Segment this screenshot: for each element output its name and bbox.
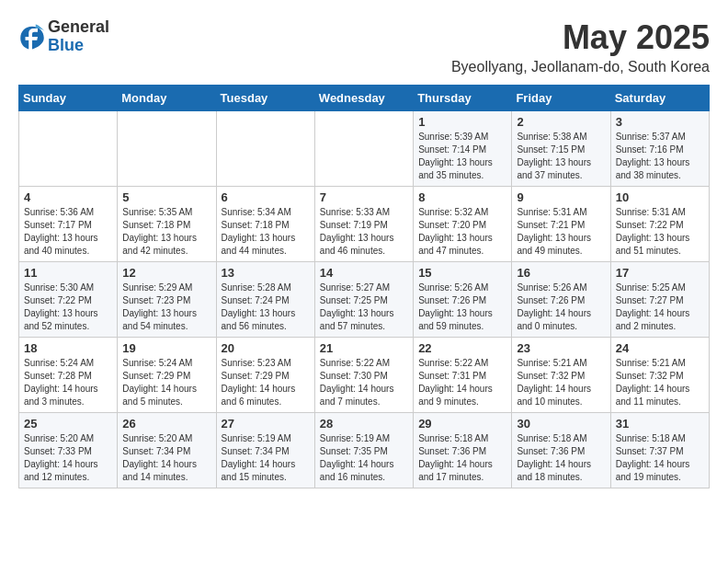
calendar-week-5: 25Sunrise: 5:20 AM Sunset: 7:33 PM Dayli… bbox=[19, 413, 710, 488]
calendar-cell: 18Sunrise: 5:24 AM Sunset: 7:28 PM Dayli… bbox=[19, 338, 118, 413]
calendar-cell: 2Sunrise: 5:38 AM Sunset: 7:15 PM Daylig… bbox=[512, 111, 610, 187]
calendar-week-3: 11Sunrise: 5:30 AM Sunset: 7:22 PM Dayli… bbox=[19, 262, 710, 338]
logo-blue-text: Blue bbox=[48, 37, 109, 55]
day-number: 26 bbox=[122, 417, 210, 431]
day-number: 23 bbox=[517, 341, 605, 355]
logo-text: General Blue bbox=[48, 18, 109, 55]
calendar-cell bbox=[118, 111, 216, 187]
logo: General Blue bbox=[18, 18, 109, 55]
title-block: May 2025 Byeollyang, Jeollanam-do, South… bbox=[451, 18, 710, 75]
calendar-cell: 24Sunrise: 5:21 AM Sunset: 7:32 PM Dayli… bbox=[610, 338, 709, 413]
day-number: 10 bbox=[616, 190, 704, 204]
day-info: Sunrise: 5:27 AM Sunset: 7:25 PM Dayligh… bbox=[320, 282, 408, 333]
calendar-cell: 9Sunrise: 5:31 AM Sunset: 7:21 PM Daylig… bbox=[512, 187, 610, 262]
calendar-cell: 3Sunrise: 5:37 AM Sunset: 7:16 PM Daylig… bbox=[610, 111, 709, 187]
calendar-cell bbox=[216, 111, 314, 187]
calendar-cell: 11Sunrise: 5:30 AM Sunset: 7:22 PM Dayli… bbox=[19, 262, 118, 338]
month-title: May 2025 bbox=[451, 18, 710, 57]
day-number: 30 bbox=[517, 417, 605, 431]
day-number: 7 bbox=[320, 190, 408, 204]
day-info: Sunrise: 5:24 AM Sunset: 7:28 PM Dayligh… bbox=[24, 357, 112, 408]
day-info: Sunrise: 5:31 AM Sunset: 7:22 PM Dayligh… bbox=[616, 206, 704, 258]
day-number: 11 bbox=[24, 266, 112, 280]
calendar-week-1: 1Sunrise: 5:39 AM Sunset: 7:14 PM Daylig… bbox=[19, 111, 710, 187]
day-number: 31 bbox=[616, 417, 704, 431]
day-number: 21 bbox=[320, 341, 408, 355]
calendar-cell: 15Sunrise: 5:26 AM Sunset: 7:26 PM Dayli… bbox=[414, 262, 512, 338]
day-number: 2 bbox=[517, 115, 605, 129]
day-info: Sunrise: 5:39 AM Sunset: 7:14 PM Dayligh… bbox=[418, 131, 506, 182]
day-number: 29 bbox=[418, 417, 506, 431]
day-number: 3 bbox=[616, 115, 704, 129]
calendar-table: SundayMondayTuesdayWednesdayThursdayFrid… bbox=[18, 85, 710, 488]
calendar-cell bbox=[314, 111, 413, 187]
day-info: Sunrise: 5:22 AM Sunset: 7:31 PM Dayligh… bbox=[418, 357, 506, 408]
weekday-header-thursday: Thursday bbox=[414, 86, 512, 111]
day-info: Sunrise: 5:19 AM Sunset: 7:34 PM Dayligh… bbox=[222, 432, 310, 484]
day-number: 25 bbox=[24, 417, 112, 431]
day-info: Sunrise: 5:28 AM Sunset: 7:24 PM Dayligh… bbox=[222, 282, 310, 333]
weekday-header-row: SundayMondayTuesdayWednesdayThursdayFrid… bbox=[19, 86, 710, 111]
calendar-cell: 23Sunrise: 5:21 AM Sunset: 7:32 PM Dayli… bbox=[512, 338, 610, 413]
day-number: 18 bbox=[24, 341, 112, 355]
day-info: Sunrise: 5:30 AM Sunset: 7:22 PM Dayligh… bbox=[24, 282, 112, 333]
calendar-cell: 28Sunrise: 5:19 AM Sunset: 7:35 PM Dayli… bbox=[314, 413, 413, 488]
calendar-cell: 25Sunrise: 5:20 AM Sunset: 7:33 PM Dayli… bbox=[19, 413, 118, 488]
calendar-cell: 12Sunrise: 5:29 AM Sunset: 7:23 PM Dayli… bbox=[118, 262, 216, 338]
calendar-cell: 6Sunrise: 5:34 AM Sunset: 7:18 PM Daylig… bbox=[216, 187, 314, 262]
day-info: Sunrise: 5:31 AM Sunset: 7:21 PM Dayligh… bbox=[517, 206, 605, 258]
day-info: Sunrise: 5:19 AM Sunset: 7:35 PM Dayligh… bbox=[320, 432, 408, 484]
day-number: 5 bbox=[122, 190, 210, 204]
day-info: Sunrise: 5:34 AM Sunset: 7:18 PM Dayligh… bbox=[222, 206, 310, 258]
day-info: Sunrise: 5:32 AM Sunset: 7:20 PM Dayligh… bbox=[418, 206, 506, 258]
calendar-cell: 27Sunrise: 5:19 AM Sunset: 7:34 PM Dayli… bbox=[216, 413, 314, 488]
weekday-header-sunday: Sunday bbox=[19, 86, 118, 111]
calendar-cell: 30Sunrise: 5:18 AM Sunset: 7:36 PM Dayli… bbox=[512, 413, 610, 488]
day-info: Sunrise: 5:21 AM Sunset: 7:32 PM Dayligh… bbox=[517, 357, 605, 408]
logo-general-text: General bbox=[48, 18, 109, 37]
day-number: 12 bbox=[122, 266, 210, 280]
calendar-cell: 22Sunrise: 5:22 AM Sunset: 7:31 PM Dayli… bbox=[414, 338, 512, 413]
calendar-week-4: 18Sunrise: 5:24 AM Sunset: 7:28 PM Dayli… bbox=[19, 338, 710, 413]
day-info: Sunrise: 5:38 AM Sunset: 7:15 PM Dayligh… bbox=[517, 131, 605, 182]
weekday-header-monday: Monday bbox=[118, 86, 216, 111]
day-number: 27 bbox=[222, 417, 310, 431]
calendar-cell: 16Sunrise: 5:26 AM Sunset: 7:26 PM Dayli… bbox=[512, 262, 610, 338]
calendar-cell: 7Sunrise: 5:33 AM Sunset: 7:19 PM Daylig… bbox=[314, 187, 413, 262]
day-info: Sunrise: 5:36 AM Sunset: 7:17 PM Dayligh… bbox=[24, 206, 112, 258]
calendar-cell: 10Sunrise: 5:31 AM Sunset: 7:22 PM Dayli… bbox=[610, 187, 709, 262]
weekday-header-friday: Friday bbox=[512, 86, 610, 111]
day-info: Sunrise: 5:25 AM Sunset: 7:27 PM Dayligh… bbox=[616, 282, 704, 333]
day-info: Sunrise: 5:33 AM Sunset: 7:19 PM Dayligh… bbox=[320, 206, 408, 258]
day-info: Sunrise: 5:37 AM Sunset: 7:16 PM Dayligh… bbox=[616, 131, 704, 182]
logo-icon bbox=[18, 23, 46, 51]
day-info: Sunrise: 5:23 AM Sunset: 7:29 PM Dayligh… bbox=[222, 357, 310, 408]
day-info: Sunrise: 5:20 AM Sunset: 7:33 PM Dayligh… bbox=[24, 432, 112, 484]
day-number: 28 bbox=[320, 417, 408, 431]
location-title: Byeollyang, Jeollanam-do, South Korea bbox=[451, 59, 710, 75]
calendar-cell: 1Sunrise: 5:39 AM Sunset: 7:14 PM Daylig… bbox=[414, 111, 512, 187]
calendar-cell: 13Sunrise: 5:28 AM Sunset: 7:24 PM Dayli… bbox=[216, 262, 314, 338]
day-number: 4 bbox=[24, 190, 112, 204]
calendar-cell: 26Sunrise: 5:20 AM Sunset: 7:34 PM Dayli… bbox=[118, 413, 216, 488]
calendar-cell: 20Sunrise: 5:23 AM Sunset: 7:29 PM Dayli… bbox=[216, 338, 314, 413]
day-number: 24 bbox=[616, 341, 704, 355]
day-info: Sunrise: 5:26 AM Sunset: 7:26 PM Dayligh… bbox=[517, 282, 605, 333]
day-number: 8 bbox=[418, 190, 506, 204]
day-info: Sunrise: 5:22 AM Sunset: 7:30 PM Dayligh… bbox=[320, 357, 408, 408]
day-info: Sunrise: 5:18 AM Sunset: 7:36 PM Dayligh… bbox=[517, 432, 605, 484]
day-number: 19 bbox=[122, 341, 210, 355]
calendar-cell bbox=[19, 111, 118, 187]
weekday-header-wednesday: Wednesday bbox=[314, 86, 413, 111]
calendar-cell: 14Sunrise: 5:27 AM Sunset: 7:25 PM Dayli… bbox=[314, 262, 413, 338]
page-header: General Blue May 2025 Byeollyang, Jeolla… bbox=[18, 18, 710, 75]
day-number: 6 bbox=[222, 190, 310, 204]
day-number: 15 bbox=[418, 266, 506, 280]
calendar-cell: 4Sunrise: 5:36 AM Sunset: 7:17 PM Daylig… bbox=[19, 187, 118, 262]
day-info: Sunrise: 5:20 AM Sunset: 7:34 PM Dayligh… bbox=[122, 432, 210, 484]
day-info: Sunrise: 5:26 AM Sunset: 7:26 PM Dayligh… bbox=[418, 282, 506, 333]
calendar-cell: 19Sunrise: 5:24 AM Sunset: 7:29 PM Dayli… bbox=[118, 338, 216, 413]
weekday-header-tuesday: Tuesday bbox=[216, 86, 314, 111]
day-number: 13 bbox=[222, 266, 310, 280]
calendar-cell: 8Sunrise: 5:32 AM Sunset: 7:20 PM Daylig… bbox=[414, 187, 512, 262]
